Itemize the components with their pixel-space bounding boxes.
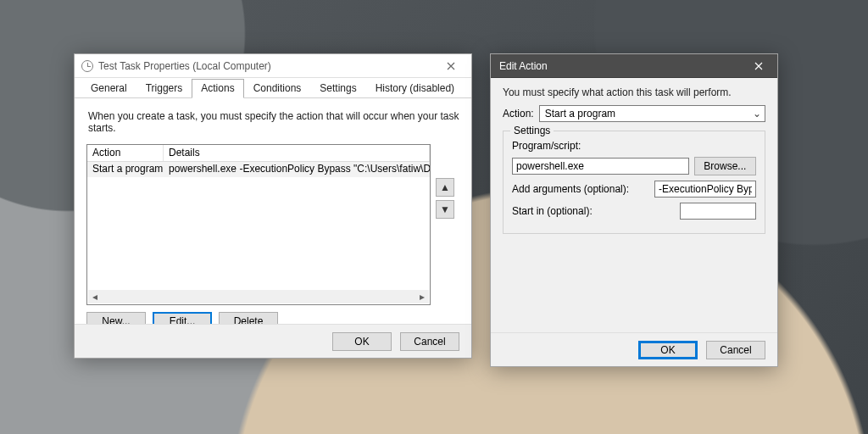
tab-actions[interactable]: Actions	[192, 79, 243, 98]
chevron-down-icon: ▼	[440, 203, 450, 215]
tab-body: When you create a task, you must specify…	[75, 98, 471, 339]
dialog-body: You must specify what action this task w…	[491, 78, 777, 242]
args-row: Add arguments (optional):	[512, 181, 756, 198]
titlebar[interactable]: Test Task Properties (Local Computer)	[75, 54, 471, 78]
action-label: Action:	[503, 108, 534, 120]
titlebar[interactable]: Edit Action	[491, 54, 777, 78]
move-up-button[interactable]: ▲	[436, 178, 454, 197]
reorder-buttons: ▲ ▼	[436, 178, 454, 219]
h-scrollbar[interactable]: ◂ ▸	[88, 290, 429, 303]
row-details: powershell.exe -ExecutionPolicy Bypass "…	[164, 162, 430, 177]
dialog-footer: OK Cancel	[75, 324, 471, 358]
close-icon[interactable]	[436, 58, 466, 75]
chevron-up-icon: ▲	[440, 181, 450, 193]
ok-button[interactable]: OK	[638, 341, 698, 359]
task-scheduler-icon	[81, 60, 93, 72]
program-label: Program/script:	[512, 140, 756, 152]
tab-general[interactable]: General	[81, 79, 136, 97]
actions-listview[interactable]: Action Details Start a program powershel…	[86, 144, 431, 305]
scroll-left-icon[interactable]: ◂	[88, 290, 102, 303]
scroll-right-icon[interactable]: ▸	[415, 290, 429, 303]
browse-button[interactable]: Browse...	[694, 157, 756, 175]
scroll-track[interactable]	[102, 290, 415, 303]
cancel-button[interactable]: Cancel	[706, 341, 765, 359]
description-text: You must specify what action this task w…	[503, 86, 765, 98]
tab-strip: General Triggers Actions Conditions Sett…	[75, 78, 471, 98]
actions-hint: When you create a task, you must specify…	[88, 110, 459, 134]
tab-history[interactable]: History (disabled)	[366, 79, 464, 97]
tab-triggers[interactable]: Triggers	[136, 79, 192, 97]
close-icon[interactable]	[740, 54, 777, 78]
ok-button[interactable]: OK	[332, 332, 392, 351]
actions-list-wrap: Action Details Start a program powershel…	[86, 144, 431, 305]
settings-fieldset: Settings Program/script: Browse... Add a…	[503, 131, 765, 234]
window-title: Test Task Properties (Local Computer)	[98, 60, 436, 72]
cancel-button[interactable]: Cancel	[400, 332, 459, 351]
action-row[interactable]: Start a program powershell.exe -Executio…	[87, 162, 430, 177]
task-properties-window: Test Task Properties (Local Computer) Ge…	[74, 53, 472, 359]
edit-action-window: Edit Action You must specify what action…	[490, 53, 778, 367]
args-label: Add arguments (optional):	[512, 183, 629, 195]
tab-conditions[interactable]: Conditions	[244, 79, 311, 97]
settings-legend: Settings	[510, 125, 554, 136]
window-title: Edit Action	[499, 60, 740, 72]
row-action: Start a program	[87, 162, 164, 177]
list-header: Action Details	[87, 145, 430, 162]
startin-input[interactable]	[680, 203, 756, 220]
startin-row: Start in (optional):	[512, 203, 756, 220]
move-down-button[interactable]: ▼	[436, 200, 454, 219]
action-select-value: Start a program	[545, 108, 615, 120]
tab-settings[interactable]: Settings	[310, 79, 365, 97]
dialog-footer: OK Cancel	[491, 332, 777, 366]
action-row: Action: Start a program ⌄	[503, 105, 765, 122]
desktop: Test Task Properties (Local Computer) Ge…	[0, 0, 868, 434]
col-action[interactable]: Action	[87, 145, 164, 161]
args-input[interactable]	[654, 181, 756, 198]
program-row: Browse...	[512, 157, 756, 175]
program-input[interactable]	[512, 158, 689, 175]
chevron-down-icon: ⌄	[753, 108, 761, 120]
col-details[interactable]: Details	[164, 145, 430, 161]
startin-label: Start in (optional):	[512, 205, 593, 217]
action-select[interactable]: Start a program ⌄	[539, 105, 765, 122]
